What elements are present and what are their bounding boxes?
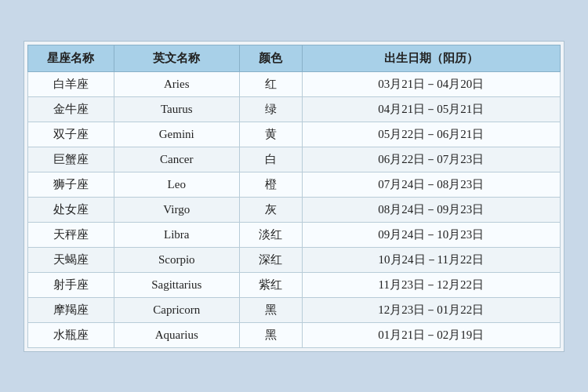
- cell-date: 08月24日－09月23日: [302, 197, 560, 222]
- cell-chinese: 双子座: [28, 122, 114, 147]
- table-row: 双子座Gemini黄05月22日－06月21日: [28, 122, 561, 147]
- table-row: 狮子座Leo橙07月24日－08月23日: [28, 172, 561, 197]
- cell-color: 白: [239, 147, 302, 172]
- table-row: 摩羯座Capricorn黑12月23日－01月22日: [28, 297, 561, 322]
- cell-date: 04月21日－05月21日: [302, 96, 560, 122]
- cell-english: Scorpio: [114, 247, 239, 272]
- cell-chinese: 摩羯座: [28, 297, 114, 322]
- table-row: 天秤座Libra淡红09月24日－10月23日: [28, 222, 561, 247]
- cell-color: 橙: [239, 172, 302, 197]
- header-date: 出生日期（阳历）: [302, 45, 560, 71]
- cell-color: 灰: [239, 197, 302, 222]
- cell-color: 红: [239, 71, 302, 96]
- cell-color: 黄: [239, 122, 302, 147]
- cell-chinese: 水瓶座: [28, 322, 114, 347]
- table-row: 射手座Sagittarius紫红11月23日－12月22日: [28, 272, 561, 297]
- cell-date: 11月23日－12月22日: [302, 272, 560, 297]
- zodiac-table: 星座名称 英文名称 颜色 出生日期（阳历） 白羊座Aries红03月21日－04…: [27, 45, 561, 348]
- cell-english: Virgo: [114, 197, 239, 222]
- header-color: 颜色: [239, 45, 302, 71]
- cell-chinese: 金牛座: [28, 96, 114, 122]
- cell-chinese: 白羊座: [28, 71, 114, 96]
- table-row: 巨蟹座Cancer白06月22日－07月23日: [28, 147, 561, 172]
- cell-english: Taurus: [114, 96, 239, 122]
- zodiac-table-container: 星座名称 英文名称 颜色 出生日期（阳历） 白羊座Aries红03月21日－04…: [24, 41, 564, 352]
- cell-chinese: 射手座: [28, 272, 114, 297]
- cell-english: Sagittarius: [114, 272, 239, 297]
- table-row: 金牛座Taurus绿04月21日－05月21日: [28, 96, 561, 122]
- cell-english: Leo: [114, 172, 239, 197]
- table-row: 白羊座Aries红03月21日－04月20日: [28, 71, 561, 96]
- table-row: 水瓶座Aquarius黑01月21日－02月19日: [28, 322, 561, 347]
- table-row: 天蝎座Scorpio深红10月24日－11月22日: [28, 247, 561, 272]
- cell-color: 黑: [239, 297, 302, 322]
- cell-chinese: 狮子座: [28, 172, 114, 197]
- table-header-row: 星座名称 英文名称 颜色 出生日期（阳历）: [28, 45, 561, 71]
- cell-color: 深红: [239, 247, 302, 272]
- header-english: 英文名称: [114, 45, 239, 71]
- table-body: 白羊座Aries红03月21日－04月20日金牛座Taurus绿04月21日－0…: [28, 71, 561, 347]
- cell-english: Gemini: [114, 122, 239, 147]
- cell-chinese: 巨蟹座: [28, 147, 114, 172]
- cell-date: 06月22日－07月23日: [302, 147, 560, 172]
- cell-color: 淡红: [239, 222, 302, 247]
- cell-english: Cancer: [114, 147, 239, 172]
- table-row: 处女座Virgo灰08月24日－09月23日: [28, 197, 561, 222]
- cell-date: 12月23日－01月22日: [302, 297, 560, 322]
- cell-color: 紫红: [239, 272, 302, 297]
- cell-english: Capricorn: [114, 297, 239, 322]
- cell-date: 09月24日－10月23日: [302, 222, 560, 247]
- cell-date: 07月24日－08月23日: [302, 172, 560, 197]
- cell-date: 05月22日－06月21日: [302, 122, 560, 147]
- cell-chinese: 处女座: [28, 197, 114, 222]
- cell-date: 10月24日－11月22日: [302, 247, 560, 272]
- cell-color: 绿: [239, 96, 302, 122]
- cell-english: Aquarius: [114, 322, 239, 347]
- cell-date: 03月21日－04月20日: [302, 71, 560, 96]
- cell-date: 01月21日－02月19日: [302, 322, 560, 347]
- cell-chinese: 天蝎座: [28, 247, 114, 272]
- cell-english: Libra: [114, 222, 239, 247]
- cell-chinese: 天秤座: [28, 222, 114, 247]
- header-chinese: 星座名称: [28, 45, 114, 71]
- cell-color: 黑: [239, 322, 302, 347]
- cell-english: Aries: [114, 71, 239, 96]
